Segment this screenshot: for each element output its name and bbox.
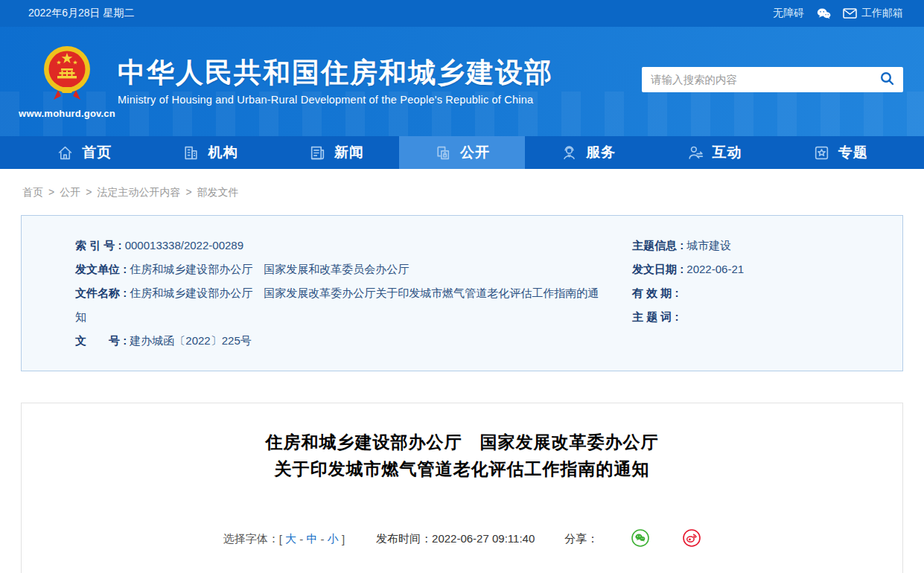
news-icon bbox=[308, 144, 327, 162]
publish-time: 发布时间：2022-06-27 09:11:40 bbox=[376, 532, 535, 546]
breadcrumb-disclosure[interactable]: 公开 bbox=[60, 186, 80, 198]
meta-row-document-number: 文 号 : 建办城函〔2022〕225号 bbox=[75, 329, 610, 353]
meta-row-subject-info: 主题信息 : 城市建设 bbox=[632, 234, 902, 257]
breadcrumb-ministry-docs[interactable]: 部发文件 bbox=[197, 186, 239, 198]
breadcrumb-home[interactable]: 首页 bbox=[22, 186, 43, 198]
nav-item-topics[interactable]: 专题 bbox=[777, 136, 903, 169]
home-icon bbox=[56, 144, 74, 162]
org-icon bbox=[182, 144, 200, 162]
meta-row-document-name: 文件名称 : 住房和城乡建设部办公厅 国家发展改革委办公厅关于印发城市燃气管道老… bbox=[75, 281, 610, 329]
nav-item-services[interactable]: 服务 bbox=[525, 136, 651, 169]
meta-label: 主题信息 bbox=[632, 239, 677, 252]
meta-row-keywords: 主 题 词 : bbox=[632, 305, 902, 329]
meta-value: 住房和城乡建设部办公厅 国家发展改革委办公厅关于印发城市燃气管道老化评估工作指南… bbox=[75, 286, 599, 323]
mail-icon bbox=[843, 8, 857, 19]
share-bar: 分享： bbox=[564, 518, 701, 560]
article-title: 住房和城乡建设部办公厅 国家发展改革委办公厅 关于印发城市燃气管道老化评估工作指… bbox=[44, 429, 880, 482]
meta-value: 000013338/2022-00289 bbox=[125, 239, 243, 252]
nav-item-interaction[interactable]: 互动 bbox=[651, 136, 777, 169]
topics-icon bbox=[812, 144, 831, 162]
meta-label: 文件名称 bbox=[75, 286, 120, 299]
font-size-selector: 选择字体：[ 大 - 中 - 小 ] bbox=[223, 532, 345, 546]
service-icon bbox=[560, 144, 579, 162]
meta-value: 建办城函〔2022〕225号 bbox=[130, 334, 251, 347]
breadcrumb: 首页>公开>法定主动公开内容>部发文件 bbox=[0, 169, 924, 215]
article-title-line2: 关于印发城市燃气管道老化评估工作指南的通知 bbox=[44, 455, 880, 482]
meta-row-index-number: 索 引 号 : 000013338/2022-00289 bbox=[75, 234, 610, 257]
search-input[interactable] bbox=[651, 74, 880, 86]
meta-label: 索 引 号 bbox=[75, 239, 115, 252]
topbar-links: 无障碍 工作邮箱 bbox=[773, 7, 903, 20]
top-bar: 2022年6月28日 星期二 无障碍 工作邮箱 bbox=[0, 0, 924, 27]
share-weibo-button[interactable] bbox=[655, 518, 701, 560]
meta-column-right: 主题信息 : 城市建设 发文日期 : 2022-06-21 有 效 期 : 主 … bbox=[610, 234, 902, 353]
article-meta-bar: 选择字体：[ 大 - 中 - 小 ] 发布时间：2022-06-27 09:11… bbox=[44, 518, 880, 560]
wechat-link[interactable] bbox=[816, 7, 831, 20]
share-wechat-button[interactable] bbox=[604, 518, 649, 560]
weibo-share-icon bbox=[655, 518, 701, 560]
wechat-icon bbox=[816, 7, 831, 20]
current-date: 2022年6月28日 星期二 bbox=[21, 7, 134, 20]
site-title-english: Ministry of Housing and Urban-Rural Deve… bbox=[118, 94, 553, 106]
meta-value: 住房和城乡建设部办公厅 国家发展和改革委员会办公厅 bbox=[130, 263, 409, 275]
meta-row-validity: 有 效 期 : bbox=[632, 281, 902, 305]
site-header: www.mohurd.gov.cn 中华人民共和国住房和城乡建设部 Minist… bbox=[0, 27, 924, 136]
nav-item-disclosure[interactable]: 公开 bbox=[399, 136, 525, 169]
font-size-large[interactable]: 大 bbox=[285, 532, 296, 546]
article-title-line1: 住房和城乡建设部办公厅 国家发展改革委办公厅 bbox=[44, 429, 880, 455]
meta-label: 发文日期 bbox=[632, 263, 677, 275]
nav-item-news[interactable]: 新闻 bbox=[273, 136, 399, 169]
wechat-share-icon bbox=[604, 518, 649, 560]
nav-item-orgs[interactable]: 机构 bbox=[147, 136, 273, 169]
meta-value: 2022-06-21 bbox=[686, 263, 744, 275]
title-block: 中华人民共和国住房和城乡建设部 Ministry of Housing and … bbox=[118, 57, 553, 106]
meta-value: 城市建设 bbox=[686, 239, 731, 252]
font-size-medium[interactable]: 中 bbox=[306, 532, 317, 546]
meta-label: 主 题 词 bbox=[632, 310, 672, 323]
nav-item-home[interactable]: 首页 bbox=[21, 136, 147, 169]
meta-label: 发文单位 bbox=[75, 263, 120, 275]
meta-row-issue-date: 发文日期 : 2022-06-21 bbox=[632, 257, 902, 281]
breadcrumb-statutory[interactable]: 法定主动公开内容 bbox=[97, 186, 180, 198]
site-url: www.mohurd.gov.cn bbox=[19, 108, 115, 119]
disclosure-icon bbox=[434, 144, 453, 162]
meta-column-left: 索 引 号 : 000013338/2022-00289 发文单位 : 住房和城… bbox=[22, 234, 610, 353]
site-title: 中华人民共和国住房和城乡建设部 bbox=[118, 57, 553, 89]
font-size-small[interactable]: 小 bbox=[328, 532, 339, 546]
main-nav: 首页 机构 新闻 公开 服务 bbox=[0, 136, 924, 169]
national-emblem-icon bbox=[42, 44, 92, 105]
meta-label: 文 号 bbox=[75, 334, 120, 347]
search-box bbox=[642, 67, 903, 92]
accessibility-link[interactable]: 无障碍 bbox=[773, 7, 804, 20]
document-meta-box: 索 引 号 : 000013338/2022-00289 发文单位 : 住房和城… bbox=[21, 215, 903, 371]
search-button[interactable] bbox=[880, 71, 894, 88]
emblem-block: www.mohurd.gov.cn bbox=[28, 44, 106, 119]
article-panel: 住房和城乡建设部办公厅 国家发展改革委办公厅 关于印发城市燃气管道老化评估工作指… bbox=[21, 403, 903, 573]
meta-label: 有 效 期 bbox=[632, 286, 672, 299]
search-icon bbox=[880, 71, 894, 88]
meta-row-issuing-unit: 发文单位 : 住房和城乡建设部办公厅 国家发展和改革委员会办公厅 bbox=[75, 257, 610, 281]
work-mailbox-link[interactable]: 工作邮箱 bbox=[843, 7, 903, 20]
interaction-icon bbox=[686, 144, 705, 162]
